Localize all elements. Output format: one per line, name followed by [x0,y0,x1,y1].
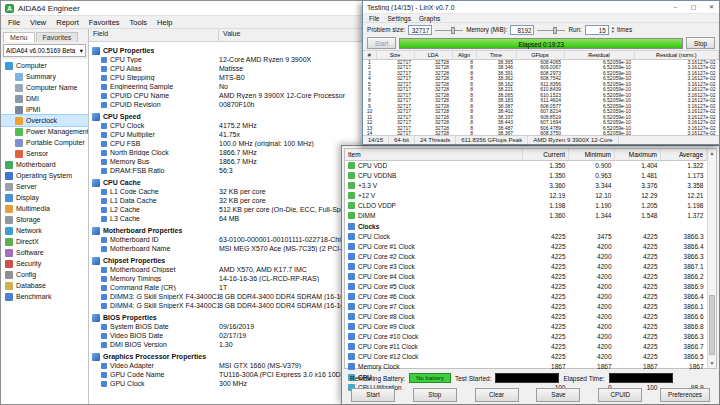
field-label: DIMM3: G Skill SniperX F4-3400C16-8GSXW [110,293,219,300]
clear-button[interactable]: Clear [475,388,519,402]
scrollbar-track[interactable] [708,158,716,359]
clock-icon [348,313,355,320]
scrollbar-thumb[interactable] [709,295,715,355]
sensor-value-cell: 4225 [523,272,569,282]
linx-titlebar[interactable]: Testing (14/15) - LinX v0.7.0 – ▢ ✕ [363,1,719,14]
tab-menu[interactable]: Menu [3,32,35,42]
maximize-icon[interactable]: ▢ [686,1,701,13]
field-icon [101,75,107,81]
sensor-item-cell: CPU Core #10 Clock [345,332,523,342]
memory-input[interactable]: 8192 [510,25,534,35]
sidebar-item-software[interactable]: Software [1,247,88,258]
linx-start-button[interactable]: Start [367,37,396,49]
run-count-spinner[interactable]: 15 [585,25,609,35]
stop-button[interactable]: Stop [413,388,457,402]
save-button[interactable]: Save [536,388,580,402]
elapsed-time-display [609,373,673,383]
version-select[interactable]: AIDA64 v6.00.5169 Beta ▾ [3,44,86,57]
field-cell: DRAM:FSB Ratio [89,167,219,174]
sidebar-item-benchmark[interactable]: Benchmark [1,291,88,302]
sidebar-item-ipmi[interactable]: IPMI [1,104,88,115]
sidebar-item-network[interactable]: Network [1,225,88,236]
start-button[interactable]: Start [351,388,395,402]
sensor-item-label: CPU Core #10 Clock [358,332,418,341]
sensor-item-label: +3.3 V [358,181,377,190]
close-icon[interactable]: ✕ [704,1,719,13]
sidebar-item-summary[interactable]: Summary [1,71,88,82]
display-icon [5,194,13,202]
memory-slider[interactable] [537,26,565,34]
preferences-button[interactable]: Preferences [660,388,710,402]
sidebar-item-portable-computer[interactable]: Portable Computer [1,137,88,148]
sensor-row: CPU Core #10 Clock4225420042253866.3 [345,332,707,342]
sensor-value-cell: 3866.1 [661,302,707,312]
menu-view[interactable]: View [25,18,51,27]
field-icon [101,303,107,309]
column-field[interactable]: Field [89,29,219,41]
field-icon [101,102,107,108]
linx-menu-file[interactable]: File [365,15,383,22]
status-64-bit: 64-bit [389,136,415,144]
linx-menu-settings[interactable]: Settings [383,15,415,22]
linx-col-gflops: GFlops [516,51,564,59]
sidebar-item-computer-name[interactable]: Computer Name [1,82,88,93]
sidebar-item-power-management[interactable]: Power Management [1,126,88,137]
sensor-col-average[interactable]: Average [661,149,707,160]
sidebar-item-sensor[interactable]: Sensor [1,148,88,159]
field-icon [101,189,107,195]
problem-size-slider[interactable] [435,26,463,34]
menu-help[interactable]: Help [152,18,177,27]
sensor-col-maximum[interactable]: Maximum [615,149,661,160]
sidebar-item-overclock[interactable]: Overclock [1,115,88,126]
linx-menu-graphs[interactable]: Graphs [415,15,444,22]
field-label: Memory Timings [110,275,161,282]
sidebar-item-security[interactable]: Security [1,258,88,269]
sensor-col-item[interactable]: Item [345,149,523,160]
sensor-value-cell: 1.205 [615,201,661,211]
sensor-item-label: CPU Core #3 Clock [358,262,415,271]
group-cell: BIOS Properties [89,314,157,322]
menu-file[interactable]: File [3,18,25,27]
sensor-row: CPU Core #1 Clock4225420042253866.4 [345,242,707,252]
sidebar-item-multimedia[interactable]: Multimedia [1,203,88,214]
field-cell: North Bridge Clock [89,149,219,156]
sidebar-item-database[interactable]: Database [1,280,88,291]
sidebar-item-storage[interactable]: Storage [1,214,88,225]
sensor-value-cell: 1867 [661,362,707,372]
minimize-icon[interactable]: – [668,1,683,13]
sidebar-item-motherboard[interactable]: Motherboard [1,159,88,170]
tab-favorites[interactable]: Favorites [36,32,79,42]
sidebar-item-computer[interactable]: Computer [1,60,88,71]
cpuid-button[interactable]: CPUID [598,388,642,402]
sensor-scrollbar[interactable]: ▲ ▼ [707,149,716,368]
sensor-value-cell: 3866.4 [661,292,707,302]
sensor-col-current[interactable]: Current [523,149,569,160]
tree-label: Summary [26,73,56,80]
menu-tools[interactable]: Tools [125,18,153,27]
sensor-value-cell: 1.344 [569,211,615,221]
clock-icon [348,253,355,260]
linx-stop-button[interactable]: Stop [686,37,715,49]
sidebar-item-dmi[interactable]: DMI [1,93,88,104]
menu-favorites[interactable]: Favorites [84,18,125,27]
sidebar-item-directx[interactable]: DirectX [1,236,88,247]
sidebar-item-display[interactable]: Display [1,192,88,203]
sidebar-item-config[interactable]: Config [1,269,88,280]
field-label: L2 Cache [110,206,140,213]
sensor-col-minimum[interactable]: Minimum [569,149,615,160]
field-icon [101,198,107,204]
category-icon [92,47,100,55]
sensor-item-cell: +12 V [345,191,523,201]
spinner-arrows-icon[interactable]: ▴▾ [612,26,614,34]
sidebar-item-operating-system[interactable]: Operating System [1,170,88,181]
scroll-down-icon[interactable]: ▼ [710,359,715,368]
scroll-up-icon[interactable]: ▲ [710,149,715,158]
group-cell: Chipset Properties [89,257,165,265]
problem-size-input[interactable]: 32717 [408,25,432,35]
sidebar-item-server[interactable]: Server [1,181,88,192]
clock-icon [348,283,355,290]
sidebar-tabs: MenuFavorites [1,29,88,42]
field-label: GPU Code Name [110,371,164,378]
menu-report[interactable]: Report [51,18,84,27]
sensor-value-cell: 4225 [615,302,661,312]
